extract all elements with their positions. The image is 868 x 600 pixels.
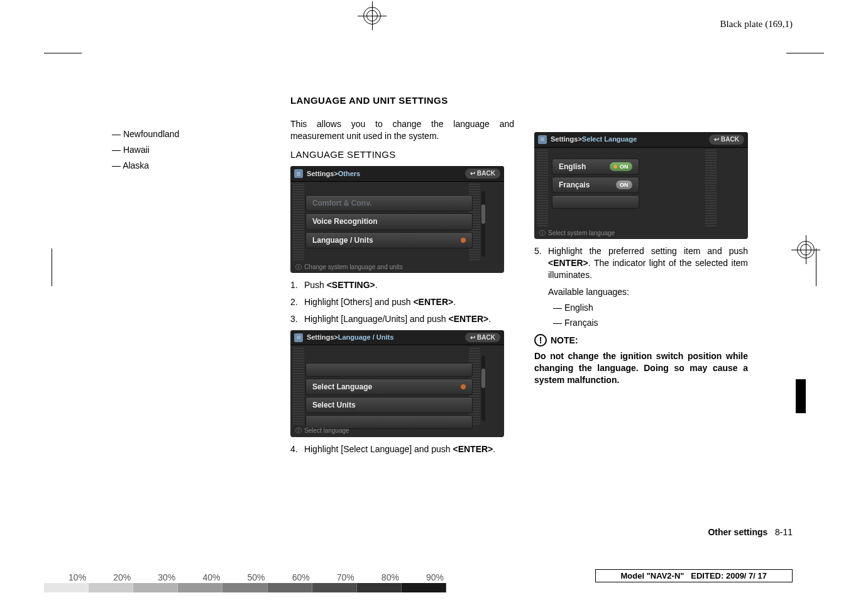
- edited-label: EDITED:: [691, 571, 726, 581]
- back-button[interactable]: ↩BACK: [465, 333, 500, 343]
- back-arrow-icon: ↩: [470, 169, 475, 178]
- column-right: ≡ Settings > Select Language ↩BACK Engli…: [534, 94, 748, 460]
- hint-text: Select system language: [548, 229, 615, 238]
- list-item: Alaska: [112, 160, 270, 172]
- percent-labels: 10% 20% 30% 40% 50% 60% 70% 80% 90%: [44, 572, 446, 582]
- step-key: <ENTER>: [448, 314, 488, 324]
- breadcrumb-root: Settings: [307, 169, 334, 179]
- pct-label: 60%: [268, 572, 312, 582]
- selection-indicator-icon: [461, 384, 466, 389]
- row-label: Language / Units: [312, 235, 373, 245]
- menu-row-select-language[interactable]: Select Language: [305, 379, 473, 395]
- menu-row-comfort[interactable]: Comfort & Conv.: [305, 195, 473, 211]
- step: 3.Highlight [Language/Units] and push <E…: [290, 313, 514, 325]
- step: 5.Highlight the preferred setting item a…: [534, 245, 748, 281]
- section-name: Other settings: [708, 527, 767, 537]
- available-label: Available languages:: [548, 286, 748, 298]
- back-label: BACK: [721, 135, 739, 144]
- step-text: Highlight [Select Language] and push: [304, 444, 453, 454]
- step-key: <SETTING>: [327, 280, 375, 290]
- plate-label: Black plate (169,1): [720, 19, 793, 30]
- menu-icon: ≡: [294, 169, 303, 178]
- info-icon: ⓘ: [539, 229, 546, 238]
- menu-row-francais[interactable]: Français ON: [552, 177, 639, 193]
- step-text: .: [453, 297, 456, 307]
- list-item: Hawaii: [112, 144, 270, 156]
- menu-row-blank: [552, 195, 639, 209]
- on-toggle[interactable]: ON: [610, 162, 632, 171]
- row-label: Select Language: [312, 382, 372, 392]
- step-text: Highlight [Others] and push: [304, 297, 414, 307]
- back-arrow-icon: ↩: [714, 135, 719, 144]
- menu-row-language-units[interactable]: Language / Units: [305, 232, 473, 248]
- registration-mark: [361, 5, 383, 26]
- steps-list: 1.Push <SETTING>. 2.Highlight [Others] a…: [290, 279, 514, 325]
- model-label: Model: [621, 571, 647, 581]
- toggle-label: ON: [620, 163, 629, 170]
- device-screenshot-select-language: ≡ Settings > Select Language ↩BACK Engli…: [534, 132, 748, 239]
- registration-mark: [795, 239, 816, 260]
- section-tab-marker: [796, 379, 806, 413]
- note-label: NOTE:: [551, 335, 578, 347]
- page-content: Newfoundland Hawaii Alaska LANGUAGE AND …: [107, 94, 748, 460]
- toggle-label: ON: [620, 181, 629, 189]
- menu-icon: ≡: [538, 135, 547, 144]
- row-label: Select Units: [312, 400, 356, 410]
- note-heading: ! NOTE:: [534, 334, 748, 347]
- breadcrumb-root: Settings: [551, 135, 578, 144]
- back-label: BACK: [477, 333, 495, 342]
- calibration-bar: [44, 583, 446, 592]
- body-text: This allows you to change the language a…: [290, 118, 514, 142]
- page-number: 8-11: [775, 527, 793, 537]
- indicator-led-icon: [613, 165, 617, 169]
- step-text: .: [375, 280, 378, 290]
- info-icon: ⓘ: [295, 263, 302, 272]
- step-text: Highlight the preferred setting item and…: [548, 246, 748, 256]
- pct-label: 70%: [312, 572, 357, 582]
- breadcrumb-leaf: Language / Units: [338, 333, 394, 342]
- step-text: Highlight [Language/Units] and push: [304, 314, 449, 324]
- hint-text: Select language: [304, 426, 349, 435]
- pct-label: 40%: [178, 572, 222, 582]
- menu-row-english[interactable]: English ON: [552, 158, 639, 175]
- step-key: <ENTER>: [453, 444, 493, 454]
- model-footer: Model "NAV2-N" EDITED: 2009/ 7/ 17: [595, 569, 793, 582]
- list-item: English: [553, 302, 748, 314]
- step: 4.Highlight [Select Language] and push <…: [290, 443, 514, 455]
- row-label: Comfort & Conv.: [312, 198, 371, 208]
- pct-label: 30%: [133, 572, 178, 582]
- step-text: .: [488, 314, 491, 324]
- step-num: 3.: [290, 313, 304, 325]
- step-num: 2.: [290, 296, 304, 308]
- step-num: 5.: [534, 245, 548, 281]
- back-button[interactable]: ↩BACK: [465, 169, 500, 179]
- menu-row-select-units[interactable]: Select Units: [305, 397, 473, 413]
- list-item: Français: [553, 317, 748, 329]
- row-label: English: [559, 162, 586, 172]
- region-list: Newfoundland Hawaii Alaska: [107, 128, 270, 172]
- menu-icon: ≡: [294, 333, 303, 342]
- available-list: English Français: [548, 302, 748, 330]
- crop-mark: [52, 248, 52, 286]
- info-icon: ⓘ: [295, 426, 302, 435]
- on-toggle[interactable]: ON: [616, 181, 632, 189]
- column-left: Newfoundland Hawaii Alaska: [107, 94, 270, 460]
- pct-label: 10%: [44, 572, 89, 582]
- pct-label: 90%: [402, 572, 446, 582]
- breadcrumb-leaf: Select Language: [582, 135, 637, 144]
- edited-value: 2009/ 7/ 17: [726, 571, 767, 581]
- steps-list: 4.Highlight [Select Language] and push <…: [290, 443, 514, 455]
- menu-row-blank: [305, 363, 473, 377]
- scrollbar[interactable]: [481, 355, 485, 421]
- hint-text: Change system language and units: [304, 263, 403, 272]
- step-num: 4.: [290, 443, 304, 455]
- page-footer: Other settings 8-11: [708, 527, 793, 537]
- selection-indicator-icon: [461, 238, 466, 243]
- scrollbar[interactable]: [481, 191, 485, 257]
- step-text: .: [493, 444, 495, 454]
- back-button[interactable]: ↩BACK: [709, 135, 744, 145]
- step-num: 1.: [290, 279, 304, 291]
- row-label: Voice Recognition: [312, 216, 378, 226]
- step-key: <ENTER>: [548, 258, 588, 268]
- menu-row-voice[interactable]: Voice Recognition: [305, 213, 473, 230]
